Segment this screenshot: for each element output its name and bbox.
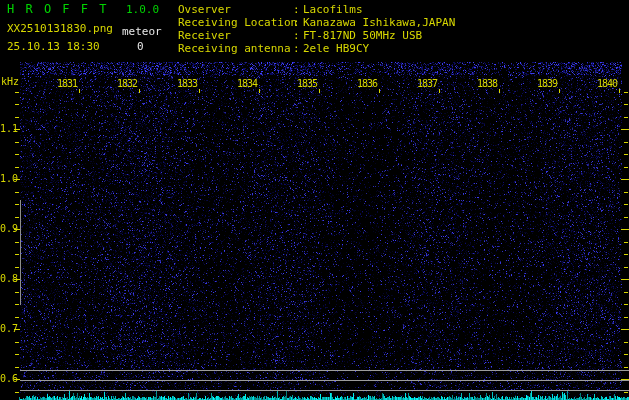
info-value: Lacofilms [303, 4, 363, 16]
freq-major-tick-right [621, 329, 629, 330]
time-axis-label: 1835 [297, 79, 317, 89]
time-tick [439, 89, 440, 93]
freq-minor-tick-left [15, 392, 19, 393]
freq-minor-tick-right [624, 304, 628, 305]
freq-axis-label: 1.1 [0, 124, 14, 134]
freq-minor-tick-left [15, 217, 19, 218]
freq-minor-tick-left [15, 117, 19, 118]
time-axis-label: 1834 [237, 79, 257, 89]
info-label: Receiving antenna [178, 43, 291, 55]
freq-minor-tick-right [624, 267, 628, 268]
freq-minor-tick-right [624, 167, 628, 168]
time-tick [79, 89, 80, 93]
freq-axis-label: 0.6 [0, 374, 14, 384]
freq-minor-tick-left [15, 317, 19, 318]
freq-minor-tick-left [15, 104, 19, 105]
time-axis-label: 1837 [417, 79, 437, 89]
freq-axis-unit: kHz [1, 77, 19, 87]
reference-line-0.60khz [20, 380, 629, 381]
hrofft-screen: H R O F F T 1.0.0 XX2510131830.png meteo… [0, 0, 629, 400]
freq-major-tick-right [621, 129, 629, 130]
time-axis-label: 1831 [57, 79, 77, 89]
freq-minor-tick-left [15, 242, 19, 243]
freq-minor-tick-right [624, 104, 628, 105]
count-band-marker-line [20, 200, 21, 305]
freq-minor-tick-right [624, 204, 628, 205]
freq-major-tick-right [621, 279, 629, 280]
info-value: 2ele HB9CY [303, 43, 369, 55]
app-version: 1.0.0 [126, 4, 159, 16]
info-row-antenna: Receiving antenna : 2ele HB9CY [178, 43, 618, 56]
info-value: Kanazawa Ishikawa,JAPAN [303, 17, 455, 29]
date-time: 25.10.13 18:30 [7, 41, 100, 53]
freq-minor-tick-left [15, 154, 19, 155]
freq-major-tick-right [621, 379, 629, 380]
output-filename: XX2510131830.png [7, 23, 113, 35]
spectrogram-canvas [0, 0, 629, 400]
reference-line-0.62khz [20, 370, 629, 371]
info-label: Receiving Location [178, 17, 297, 29]
info-label: Ovserver [178, 4, 231, 16]
freq-minor-tick-left [15, 367, 19, 368]
time-tick [319, 89, 320, 93]
time-tick [259, 89, 260, 93]
info-separator: : [293, 4, 300, 16]
freq-minor-tick-right [624, 217, 628, 218]
freq-axis-label: 0.9 [0, 224, 14, 234]
freq-minor-tick-right [624, 254, 628, 255]
info-separator: : [293, 30, 300, 42]
time-axis-label: 1840 [597, 79, 617, 89]
freq-minor-tick-right [624, 154, 628, 155]
freq-axis-label: 0.7 [0, 324, 14, 334]
info-separator: : [293, 17, 300, 29]
time-axis-label: 1832 [117, 79, 137, 89]
time-axis-label: 1836 [357, 79, 377, 89]
freq-axis-label: 1.0 [0, 174, 14, 184]
freq-minor-tick-left [15, 354, 19, 355]
time-axis-label: 1833 [177, 79, 197, 89]
freq-minor-tick-right [624, 117, 628, 118]
reference-line-0.58khz [20, 390, 629, 391]
freq-minor-tick-left [15, 92, 19, 93]
freq-minor-tick-right [624, 92, 628, 93]
freq-minor-tick-left [15, 204, 19, 205]
freq-minor-tick-left [15, 292, 19, 293]
freq-minor-tick-right [624, 142, 628, 143]
info-separator: : [293, 43, 300, 55]
time-tick [559, 89, 560, 93]
freq-minor-tick-right [624, 354, 628, 355]
info-label: Receiver [178, 30, 231, 42]
freq-minor-tick-left [15, 267, 19, 268]
info-value: FT-817ND 50MHz USB [303, 30, 422, 42]
freq-minor-tick-right [624, 367, 628, 368]
time-axis-label: 1839 [537, 79, 557, 89]
time-tick [499, 89, 500, 93]
meteor-count: 0 [137, 41, 144, 53]
freq-minor-tick-right [624, 392, 628, 393]
app-title: H R O F F T [7, 3, 108, 15]
freq-minor-tick-right [624, 292, 628, 293]
freq-minor-tick-left [15, 304, 19, 305]
freq-axis-label: 0.8 [0, 274, 14, 284]
freq-minor-tick-left [15, 142, 19, 143]
time-tick [139, 89, 140, 93]
time-axis-label: 1838 [477, 79, 497, 89]
freq-minor-tick-left [15, 254, 19, 255]
freq-major-tick-right [621, 229, 629, 230]
time-tick [379, 89, 380, 93]
freq-minor-tick-right [624, 342, 628, 343]
time-tick [619, 89, 620, 93]
freq-minor-tick-left [15, 342, 19, 343]
freq-minor-tick-left [15, 192, 19, 193]
freq-minor-tick-right [624, 317, 628, 318]
mode-label: meteor [122, 26, 162, 38]
freq-minor-tick-right [624, 192, 628, 193]
freq-minor-tick-left [15, 167, 19, 168]
freq-major-tick-right [621, 179, 629, 180]
freq-minor-tick-right [624, 242, 628, 243]
time-tick [199, 89, 200, 93]
